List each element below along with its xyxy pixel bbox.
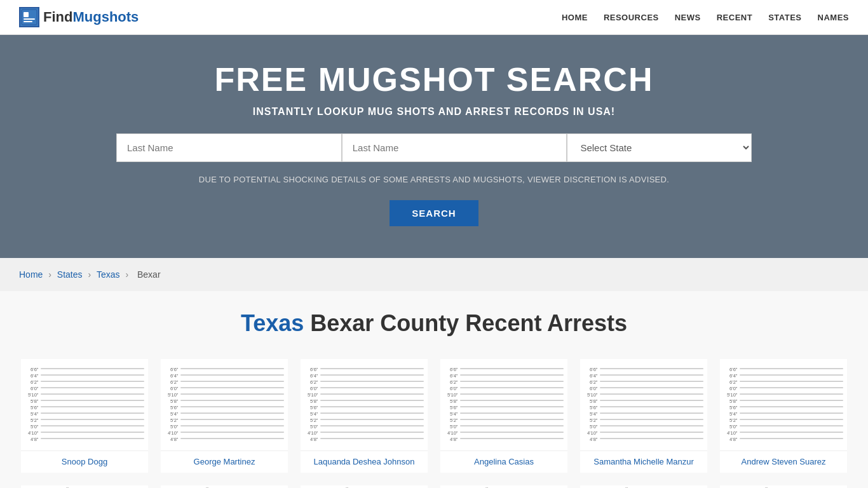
mugshot-grid: 6'6"6'4"6'2"6'0"5'10"5'8"5'6"5'4"5'2"5'0…	[21, 359, 847, 473]
mugshot-card[interactable]: 6'6"6'4"6'2"6'0"5'10"5'8"5'6"5'4"5'2"5'0…	[720, 485, 847, 488]
nav-item-resources[interactable]: RESOURCES	[604, 13, 659, 22]
breadcrumb-states[interactable]: States	[57, 269, 83, 280]
svg-text:5'8": 5'8"	[31, 398, 39, 404]
nav-item-names[interactable]: NAMES	[818, 13, 849, 22]
mugshot-image: 6'6"6'4"6'2"6'0"5'10"5'8"5'6"5'4"5'2"5'0…	[301, 359, 428, 451]
svg-rect-0	[22, 10, 37, 25]
mugshot-name: Laquanda Deshea Johnson	[301, 451, 428, 473]
mugshot-card[interactable]: 6'6"6'4"6'2"6'0"5'10"5'8"5'6"5'4"5'2"5'0…	[720, 359, 847, 473]
heading-state: Texas	[241, 310, 304, 336]
svg-text:5'2": 5'2"	[170, 417, 179, 423]
svg-text:5'8": 5'8"	[310, 398, 318, 404]
svg-text:6'4": 6'4"	[729, 373, 738, 379]
mugshot-image: 6'6"6'4"6'2"6'0"5'10"5'8"5'6"5'4"5'2"5'0…	[21, 485, 148, 488]
mugshot-image: 6'6"6'4"6'2"6'0"5'10"5'8"5'6"5'4"5'2"5'0…	[440, 485, 567, 488]
svg-text:6'2": 6'2"	[31, 379, 39, 385]
breadcrumb-sep1: ›	[48, 269, 54, 280]
svg-text:5'2": 5'2"	[450, 417, 458, 423]
svg-text:5'0": 5'0"	[310, 424, 318, 430]
mugshot-image: 6'6"6'4"6'2"6'0"5'10"5'8"5'6"5'4"5'2"5'0…	[440, 359, 567, 451]
svg-text:6'6": 6'6"	[310, 367, 318, 372]
nav-item-recent[interactable]: RECENT	[717, 13, 752, 22]
mugshot-card[interactable]: 6'6"6'4"6'2"6'0"5'10"5'8"5'6"5'4"5'2"5'0…	[301, 485, 428, 488]
svg-text:5'0": 5'0"	[170, 424, 179, 430]
svg-text:6'2": 6'2"	[729, 379, 738, 385]
svg-text:5'2": 5'2"	[31, 417, 39, 423]
svg-text:4'10": 4'10"	[308, 430, 318, 436]
svg-text:5'8": 5'8"	[729, 398, 738, 404]
first-name-input[interactable]	[116, 133, 342, 162]
svg-text:6'4": 6'4"	[310, 373, 318, 379]
mugshot-image: 6'6"6'4"6'2"6'0"5'10"5'8"5'6"5'4"5'2"5'0…	[161, 359, 288, 451]
last-name-input[interactable]	[342, 133, 567, 162]
svg-text:5'10": 5'10"	[727, 392, 738, 398]
state-select[interactable]: Select State AlabamaAlaskaArizona Arkans…	[567, 133, 752, 162]
svg-text:5'0": 5'0"	[450, 424, 458, 430]
mugshot-card[interactable]: 6'6"6'4"6'2"6'0"5'10"5'8"5'6"5'4"5'2"5'0…	[580, 485, 707, 488]
logo-find-text: Find	[43, 9, 72, 25]
breadcrumb-home[interactable]: Home	[19, 269, 43, 280]
breadcrumb-sep3: ›	[125, 269, 131, 280]
mugshot-card[interactable]: 6'6"6'4"6'2"6'0"5'10"5'8"5'6"5'4"5'2"5'0…	[440, 485, 567, 488]
mugshot-image: 6'6"6'4"6'2"6'0"5'10"5'8"5'6"5'4"5'2"5'0…	[301, 485, 428, 488]
logo-mugshots-text: Mugshots	[72, 9, 139, 25]
mugshot-image: 6'6"6'4"6'2"6'0"5'10"5'8"5'6"5'4"5'2"5'0…	[161, 485, 288, 488]
mugshot-grid-row2: 6'6"6'4"6'2"6'0"5'10"5'8"5'6"5'4"5'2"5'0…	[21, 485, 847, 488]
site-header: FindMugshots HOMERESOURCESNEWSRECENTSTAT…	[0, 0, 868, 35]
svg-text:5'6": 5'6"	[590, 405, 598, 410]
svg-text:5'10": 5'10"	[308, 392, 318, 398]
svg-text:5'4": 5'4"	[31, 411, 39, 417]
svg-text:5'2": 5'2"	[310, 417, 318, 423]
svg-text:5'2": 5'2"	[729, 417, 738, 423]
mugshot-card[interactable]: 6'6"6'4"6'2"6'0"5'10"5'8"5'6"5'4"5'2"5'0…	[21, 359, 148, 473]
svg-text:5'0": 5'0"	[31, 424, 39, 430]
heading-rest: Bexar County Recent Arrests	[304, 310, 627, 336]
search-form: Select State AlabamaAlaskaArizona Arkans…	[116, 133, 752, 162]
svg-text:5'6": 5'6"	[31, 405, 39, 410]
svg-text:5'6": 5'6"	[729, 405, 738, 410]
search-button[interactable]: SEARCH	[390, 200, 478, 226]
mugshot-name: Andrew Steven Suarez	[720, 451, 847, 473]
nav-item-states[interactable]: STATES	[768, 13, 801, 22]
svg-text:5'4": 5'4"	[310, 411, 318, 417]
svg-text:6'6": 6'6"	[590, 367, 598, 372]
nav-item-home[interactable]: HOME	[562, 13, 588, 22]
mugshot-name: George Martinez	[161, 451, 288, 473]
svg-text:6'2": 6'2"	[590, 379, 598, 385]
mugshot-card[interactable]: 6'6"6'4"6'2"6'0"5'10"5'8"5'6"5'4"5'2"5'0…	[161, 359, 288, 473]
svg-text:5'4": 5'4"	[170, 411, 179, 417]
svg-text:5'6": 5'6"	[310, 405, 318, 410]
mugshot-image: 6'6"6'4"6'2"6'0"5'10"5'8"5'6"5'4"5'2"5'0…	[580, 485, 707, 488]
svg-text:6'2": 6'2"	[170, 379, 179, 385]
svg-text:5'10": 5'10"	[28, 392, 39, 398]
mugshot-card[interactable]: 6'6"6'4"6'2"6'0"5'10"5'8"5'6"5'4"5'2"5'0…	[440, 359, 567, 473]
breadcrumb-texas[interactable]: Texas	[97, 269, 120, 280]
svg-text:6'0": 6'0"	[31, 386, 39, 391]
svg-text:4'8": 4'8"	[170, 437, 179, 442]
svg-text:4'8": 4'8"	[729, 437, 738, 442]
hero-subtitle: INSTANTLY LOOKUP MUG SHOTS AND ARREST RE…	[13, 106, 855, 118]
svg-rect-3	[24, 21, 32, 22]
svg-text:5'6": 5'6"	[450, 405, 458, 410]
mugshot-image: 6'6"6'4"6'2"6'0"5'10"5'8"5'6"5'4"5'2"5'0…	[720, 485, 847, 488]
svg-rect-2	[24, 18, 35, 20]
svg-text:5'10": 5'10"	[587, 392, 598, 398]
svg-text:4'8": 4'8"	[590, 437, 598, 442]
mugshot-card[interactable]: 6'6"6'4"6'2"6'0"5'10"5'8"5'6"5'4"5'2"5'0…	[161, 485, 288, 488]
svg-rect-1	[24, 12, 29, 17]
mugshot-card[interactable]: 6'6"6'4"6'2"6'0"5'10"5'8"5'6"5'4"5'2"5'0…	[21, 485, 148, 488]
page-heading: Texas Bexar County Recent Arrests	[19, 310, 849, 337]
hero-title: FREE MUGSHOT SEARCH	[13, 60, 855, 98]
svg-text:6'4": 6'4"	[590, 373, 598, 379]
nav-item-news[interactable]: NEWS	[675, 13, 701, 22]
svg-text:4'8": 4'8"	[31, 437, 39, 442]
svg-text:6'6": 6'6"	[31, 367, 39, 372]
svg-text:6'0": 6'0"	[729, 386, 738, 391]
site-logo[interactable]: FindMugshots	[19, 7, 139, 27]
mugshot-name: Samantha Michelle Manzur	[580, 451, 707, 473]
mugshot-card[interactable]: 6'6"6'4"6'2"6'0"5'10"5'8"5'6"5'4"5'2"5'0…	[301, 359, 428, 473]
svg-text:6'0": 6'0"	[590, 386, 598, 391]
mugshot-card[interactable]: 6'6"6'4"6'2"6'0"5'10"5'8"5'6"5'4"5'2"5'0…	[580, 359, 707, 473]
svg-text:6'0": 6'0"	[450, 386, 458, 391]
main-nav: HOMERESOURCESNEWSRECENTSTATESNAMES	[562, 13, 849, 22]
